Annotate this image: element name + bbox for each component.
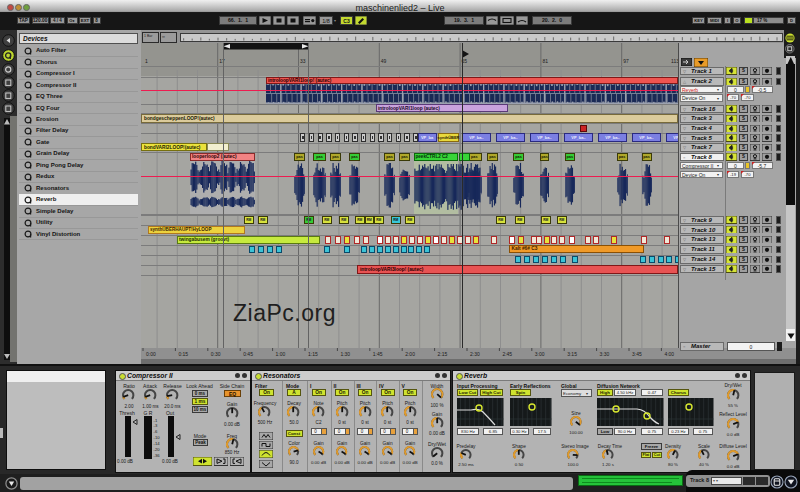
svg-text:2:15: 2:15 <box>438 351 448 357</box>
svg-text:0:15: 0:15 <box>178 351 188 357</box>
svg-text:0:30: 0:30 <box>211 351 221 357</box>
svg-text:3:15: 3:15 <box>567 351 577 357</box>
svg-text:0:00: 0:00 <box>146 351 156 357</box>
svg-text:3:45: 3:45 <box>632 351 642 357</box>
svg-text:2:30: 2:30 <box>470 351 480 357</box>
svg-text:1:00: 1:00 <box>276 351 286 357</box>
svg-text:2:00: 2:00 <box>405 351 415 357</box>
svg-text:1:45: 1:45 <box>373 351 383 357</box>
svg-text:3:00: 3:00 <box>535 351 545 357</box>
svg-text:3:30: 3:30 <box>600 351 610 357</box>
svg-text:4:00: 4:00 <box>664 351 674 357</box>
svg-text:0:45: 0:45 <box>243 351 253 357</box>
svg-text:1:15: 1:15 <box>308 351 318 357</box>
svg-text:2:45: 2:45 <box>502 351 512 357</box>
svg-text:1:30: 1:30 <box>340 351 350 357</box>
